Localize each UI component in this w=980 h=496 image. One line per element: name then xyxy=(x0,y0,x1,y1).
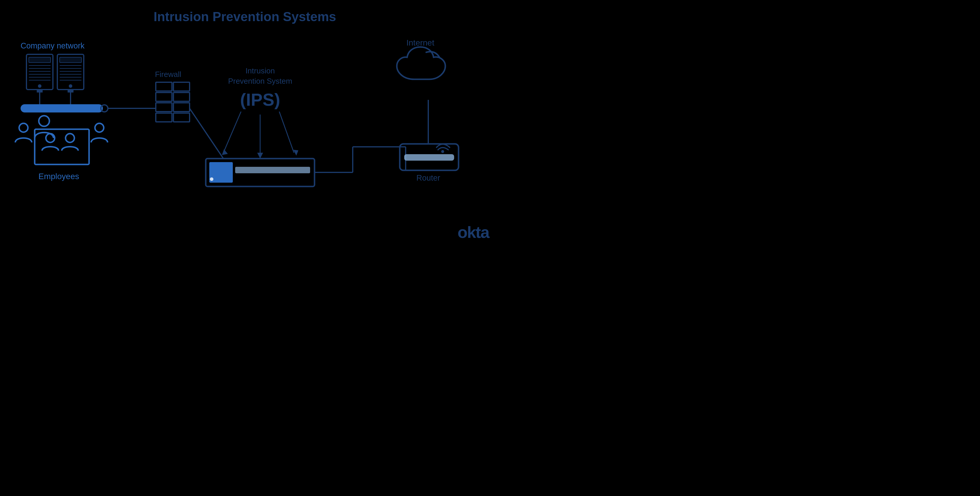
svg-line-41 xyxy=(189,108,223,158)
svg-marker-49 xyxy=(257,153,263,158)
svg-point-30 xyxy=(65,134,74,143)
svg-rect-44 xyxy=(235,167,310,173)
server-1-icon xyxy=(27,54,53,92)
employee-person-5 xyxy=(91,124,108,143)
svg-rect-1 xyxy=(29,57,51,63)
ips-acronym-label: (IPS) xyxy=(240,90,280,109)
diagram-container: Intrusion Prevention Systems Company net… xyxy=(0,0,490,248)
employee-person-1 xyxy=(15,124,32,143)
ips-line1-label: Intrusion xyxy=(245,67,275,75)
firewall-icon xyxy=(156,82,189,122)
svg-point-20 xyxy=(69,84,72,88)
svg-rect-39 xyxy=(156,113,172,122)
employees-label: Employees xyxy=(38,172,80,181)
server-2-icon xyxy=(57,54,84,92)
svg-point-9 xyxy=(38,84,41,88)
employee-person-3 xyxy=(42,134,59,151)
svg-rect-40 xyxy=(173,113,189,122)
okta-logo: okta xyxy=(457,223,490,241)
svg-rect-35 xyxy=(156,92,172,101)
svg-point-31 xyxy=(95,124,104,132)
ips-line2-label: Prevention System xyxy=(228,77,292,86)
svg-rect-36 xyxy=(173,92,189,101)
svg-line-46 xyxy=(223,112,241,153)
main-title: Intrusion Prevention Systems xyxy=(153,10,336,24)
internet-label: Internet xyxy=(407,38,434,47)
firewall-label: Firewall xyxy=(155,70,181,79)
company-network-label: Company network xyxy=(21,41,85,50)
svg-rect-37 xyxy=(156,103,172,112)
svg-rect-24 xyxy=(21,104,103,113)
svg-rect-12 xyxy=(60,57,81,63)
employee-person-4 xyxy=(62,134,78,151)
employee-person-2 xyxy=(35,116,54,138)
svg-rect-34 xyxy=(173,82,189,91)
svg-point-45 xyxy=(210,177,213,181)
router-label: Router xyxy=(416,174,440,182)
svg-point-58 xyxy=(441,150,444,153)
svg-rect-33 xyxy=(156,82,172,91)
svg-rect-28 xyxy=(35,129,89,165)
svg-point-27 xyxy=(39,116,49,126)
internet-cloud-icon xyxy=(397,47,445,79)
svg-rect-21 xyxy=(68,90,73,92)
svg-rect-38 xyxy=(173,103,189,112)
svg-line-50 xyxy=(279,112,294,153)
svg-marker-51 xyxy=(293,150,298,156)
svg-rect-57 xyxy=(404,154,454,161)
svg-rect-10 xyxy=(37,90,43,92)
svg-point-26 xyxy=(19,124,28,132)
